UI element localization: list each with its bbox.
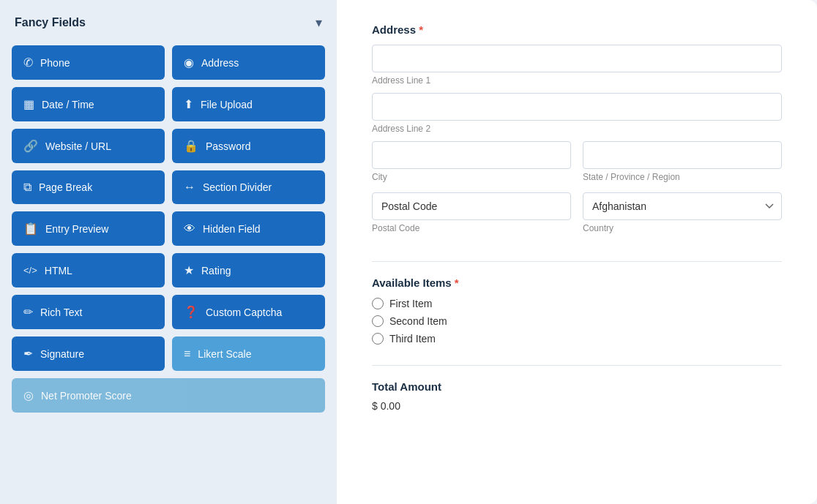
available-items-required-marker: * <box>455 277 459 289</box>
field-label-likert-scale: Likert Scale <box>198 348 251 360</box>
radio-item-first[interactable]: First Item <box>372 298 782 309</box>
custom-captcha-icon: ❓ <box>184 305 198 319</box>
field-btn-hidden-field[interactable]: 👁 Hidden Field <box>172 211 325 246</box>
hidden-field-icon: 👁 <box>184 222 195 236</box>
radio-item-second[interactable]: Second Item <box>372 315 782 327</box>
radio-third-item[interactable] <box>372 333 384 345</box>
field-btn-file-upload[interactable]: ⬆ File Upload <box>172 87 325 121</box>
radio-first-item-label: First Item <box>389 298 432 309</box>
field-label-file-upload: File Upload <box>201 99 253 110</box>
field-btn-net-promoter-score[interactable]: ◎ Net Promoter Score <box>12 378 325 413</box>
page-break-icon: ⧉ <box>23 181 31 194</box>
postal-code-label: Postal Code <box>372 223 571 233</box>
likert-scale-icon: ≡ <box>184 347 190 361</box>
field-label-rating: Rating <box>201 265 231 277</box>
website-icon: 🔗 <box>23 139 38 153</box>
address-line1-label: Address Line 1 <box>372 75 782 86</box>
html-icon: </> <box>23 265 37 276</box>
section-divider-icon: ↔ <box>184 181 195 194</box>
postal-country-row: Postal Code Afghanistan Albania Algeria … <box>372 192 782 241</box>
fields-grid: ✆ Phone ◉ Address ▦ Date / Time ⬆ File U… <box>12 45 325 413</box>
radio-second-item[interactable] <box>372 315 384 327</box>
field-label-custom-captcha: Custom Captcha <box>206 306 282 318</box>
net-promoter-score-icon: ◎ <box>23 388 34 402</box>
field-btn-phone[interactable]: ✆ Phone <box>12 45 165 80</box>
field-label-rich-text: Rich Text <box>40 306 82 318</box>
field-label-section-divider: Section Divider <box>203 181 272 193</box>
address-icon: ◉ <box>184 56 194 69</box>
field-btn-section-divider[interactable]: ↔ Section Divider <box>172 170 325 204</box>
city-state-row: City State / Province / Region <box>372 141 782 189</box>
total-amount-value: $ 0.00 <box>372 400 782 412</box>
available-items-radio-group: First Item Second Item Third Item <box>372 298 782 345</box>
phone-icon: ✆ <box>23 56 33 69</box>
field-label-website-url: Website / URL <box>45 140 111 152</box>
city-label: City <box>372 172 571 182</box>
field-btn-signature[interactable]: ✒ Signature <box>12 336 165 371</box>
field-btn-rich-text[interactable]: ✏ Rich Text <box>12 295 165 329</box>
state-label: State / Province / Region <box>583 172 782 182</box>
address-required-marker: * <box>419 23 423 36</box>
total-amount-label: Total Amount <box>372 380 782 393</box>
address-line1-input[interactable] <box>372 45 782 72</box>
city-input[interactable] <box>372 141 571 169</box>
entry-preview-icon: 📋 <box>23 222 38 236</box>
panel-title: Fancy Fields <box>15 16 86 29</box>
field-label-page-break: Page Break <box>39 181 92 193</box>
field-btn-custom-captcha[interactable]: ❓ Custom Captcha <box>172 295 325 329</box>
address-line2-label: Address Line 2 <box>372 124 782 134</box>
field-btn-password[interactable]: 🔒 Password <box>172 129 325 163</box>
country-select[interactable]: Afghanistan Albania Algeria United State… <box>583 192 782 220</box>
section-divider-line <box>372 261 782 262</box>
field-label-password: Password <box>206 140 250 152</box>
radio-first-item[interactable] <box>372 298 384 309</box>
field-label-net-promoter-score: Net Promoter Score <box>41 390 132 402</box>
state-input[interactable] <box>583 141 782 169</box>
datetime-icon: ▦ <box>23 97 34 111</box>
field-label-hidden-field: Hidden Field <box>203 223 261 235</box>
postal-code-input[interactable] <box>372 192 571 220</box>
file-upload-icon: ⬆ <box>184 97 193 111</box>
available-items-label: Available Items * <box>372 277 782 289</box>
field-btn-page-break[interactable]: ⧉ Page Break <box>12 170 165 204</box>
total-amount-section: Total Amount $ 0.00 <box>372 380 782 412</box>
radio-item-third[interactable]: Third Item <box>372 333 782 345</box>
left-panel: Fancy Fields ▾ ✆ Phone ◉ Address ▦ Date … <box>0 0 337 504</box>
city-col: City <box>372 141 571 189</box>
field-btn-datetime[interactable]: ▦ Date / Time <box>12 87 165 121</box>
field-btn-entry-preview[interactable]: 📋 Entry Preview <box>12 211 165 246</box>
field-btn-likert-scale[interactable]: ≡ Likert Scale <box>172 336 325 371</box>
field-btn-rating[interactable]: ★ Rating <box>172 253 325 287</box>
field-label-html: HTML <box>45 265 72 277</box>
radio-second-item-label: Second Item <box>389 315 447 327</box>
country-col: Afghanistan Albania Algeria United State… <box>583 192 782 241</box>
postal-col: Postal Code <box>372 192 571 241</box>
field-btn-html[interactable]: </> HTML <box>12 253 165 287</box>
field-btn-address[interactable]: ◉ Address <box>172 45 325 80</box>
panel-toggle-icon[interactable]: ▾ <box>316 15 322 31</box>
field-label-signature: Signature <box>40 348 84 360</box>
field-btn-website-url[interactable]: 🔗 Website / URL <box>12 129 165 163</box>
address-section: Address * Address Line 1 Address Line 2 … <box>372 23 782 241</box>
radio-third-item-label: Third Item <box>389 333 436 345</box>
right-panel: Address * Address Line 1 Address Line 2 … <box>337 0 817 504</box>
field-label-entry-preview: Entry Preview <box>45 223 108 235</box>
country-label: Country <box>583 223 782 233</box>
available-items-section: Available Items * First Item Second Item… <box>372 277 782 345</box>
field-label-datetime: Date / Time <box>42 99 94 110</box>
address-field-label: Address * <box>372 23 782 36</box>
field-label-phone: Phone <box>40 57 70 69</box>
address-line2-input[interactable] <box>372 93 782 121</box>
panel-header: Fancy Fields ▾ <box>12 15 325 37</box>
section-divider-line-2 <box>372 365 782 366</box>
rating-icon: ★ <box>184 263 194 277</box>
field-label-address: Address <box>201 57 239 69</box>
signature-icon: ✒ <box>23 347 33 361</box>
password-icon: 🔒 <box>184 139 198 153</box>
state-col: State / Province / Region <box>583 141 782 189</box>
rich-text-icon: ✏ <box>23 305 33 319</box>
